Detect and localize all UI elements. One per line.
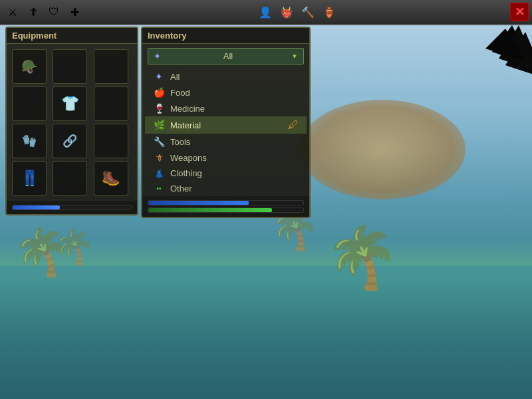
equip-slot-empty1[interactable]	[94, 49, 128, 84]
food-icon: 🍎	[153, 87, 165, 98]
category-item-other[interactable]: •• Other	[145, 181, 307, 196]
weapons-icon: 🗡	[153, 152, 165, 163]
material-cursor: 🖊	[288, 119, 299, 131]
dropdown-icon: ✦	[154, 51, 161, 61]
category-dropdown: ✦ All ▼	[148, 48, 304, 65]
medicine-label: Medicine	[170, 104, 299, 114]
category-item-material[interactable]: 🌿 Material 🖊	[145, 116, 307, 134]
toolbar-icon-potion[interactable]: 🏺	[320, 3, 338, 21]
weapons-label: Weapons	[170, 153, 299, 163]
toolbar-icon-enemy[interactable]: 👹	[277, 3, 296, 21]
equip-slot-chest[interactable]: 👕	[53, 86, 87, 121]
category-list: ✦ All 🍎 Food 🍷 Medicine 🌿 Material 🖊 🔧 T…	[145, 68, 307, 196]
equip-slot-boots[interactable]: 🥾	[94, 161, 128, 196]
equipment-progress	[7, 201, 137, 214]
inventory-progress-track-1	[148, 200, 304, 205]
toolbar-icon-craft[interactable]: 🔨	[299, 3, 317, 21]
dropdown-arrow-icon: ▼	[291, 53, 298, 60]
close-button[interactable]: ✕	[510, 3, 529, 21]
material-icon: 🌿	[153, 120, 165, 130]
clothing-icon: 👗	[153, 169, 165, 178]
equip-slot-empty2[interactable]	[94, 86, 128, 121]
toolbar-icon-dagger[interactable]: 🗡	[24, 3, 43, 21]
equip-slot-empty4[interactable]	[53, 161, 87, 196]
sand-hill	[299, 100, 466, 200]
equip-slot-legs[interactable]: 👖	[12, 161, 47, 196]
tools-icon: 🔧	[153, 136, 165, 147]
equipment-grid: 🪖 👕 🧤 🔗 👖 🥾	[7, 44, 137, 201]
dropdown-selected[interactable]: ✦ All ▼	[148, 48, 304, 65]
equip-slot-gloves[interactable]: 🧤	[12, 124, 47, 158]
inventory-header: Inventory	[142, 28, 309, 44]
inventory-title: Inventory	[148, 31, 187, 41]
equip-slot-belt[interactable]: 🔗	[53, 124, 87, 158]
category-item-medicine[interactable]: 🍷 Medicine	[145, 100, 307, 116]
category-item-food[interactable]: 🍎 Food	[145, 84, 307, 100]
equip-slot-shoulder[interactable]	[12, 86, 47, 121]
inventory-progress-track-2	[148, 207, 304, 213]
inventory-progress-blue	[148, 201, 249, 205]
all-icon: ✦	[153, 71, 165, 82]
equipment-title: Equipment	[7, 28, 137, 44]
palm-tree-center: 🌴	[325, 223, 399, 293]
palm-tree-left2: 🌴	[53, 227, 94, 266]
water-area	[0, 266, 532, 399]
material-label: Material	[170, 120, 283, 130]
toolbar-icon-shield[interactable]: 🛡	[45, 3, 63, 21]
toolbar-center-icons: 👤 👹 🔨 🏺	[256, 3, 338, 21]
other-icon: ••	[153, 185, 165, 192]
toolbar-left-icons: ⚔ 🗡 🛡 ✚	[3, 3, 84, 21]
toolbar-icon-health[interactable]: ✚	[65, 3, 84, 21]
tools-label: Tools	[170, 137, 299, 147]
toolbar-icon-sword[interactable]: ⚔	[3, 3, 22, 21]
equipment-progress-fill	[13, 205, 60, 209]
equip-slot-neck[interactable]	[53, 49, 87, 84]
equipment-progress-track	[12, 205, 132, 210]
category-item-clothing[interactable]: 👗 Clothing	[145, 166, 307, 181]
equipment-panel: Equipment 🪖 👕 🧤 🔗 👖 🥾	[5, 27, 138, 215]
equip-slot-empty3[interactable]	[94, 124, 128, 158]
toolbar-icon-character[interactable]: 👤	[256, 3, 275, 21]
category-item-tools[interactable]: 🔧 Tools	[145, 134, 307, 150]
foliage-decoration	[452, 25, 532, 125]
other-label: Other	[170, 184, 299, 194]
category-item-weapons[interactable]: 🗡 Weapons	[145, 150, 307, 166]
clothing-label: Clothing	[170, 168, 299, 178]
inventory-progress-green	[148, 208, 272, 212]
inventory-panel: Inventory ✦ All ▼ ✦ All 🍎 Food 🍷 Medicin…	[141, 27, 311, 218]
medicine-icon: 🍷	[153, 103, 165, 114]
dropdown-label: All	[223, 51, 233, 61]
equip-slot-head[interactable]: 🪖	[12, 49, 47, 84]
inventory-progress-area	[142, 196, 309, 217]
top-toolbar: ⚔ 🗡 🛡 ✚ 👤 👹 🔨 🏺 ✕	[0, 0, 532, 25]
food-label: Food	[170, 88, 299, 98]
all-label: All	[170, 72, 299, 82]
category-item-all[interactable]: ✦ All	[145, 68, 307, 84]
